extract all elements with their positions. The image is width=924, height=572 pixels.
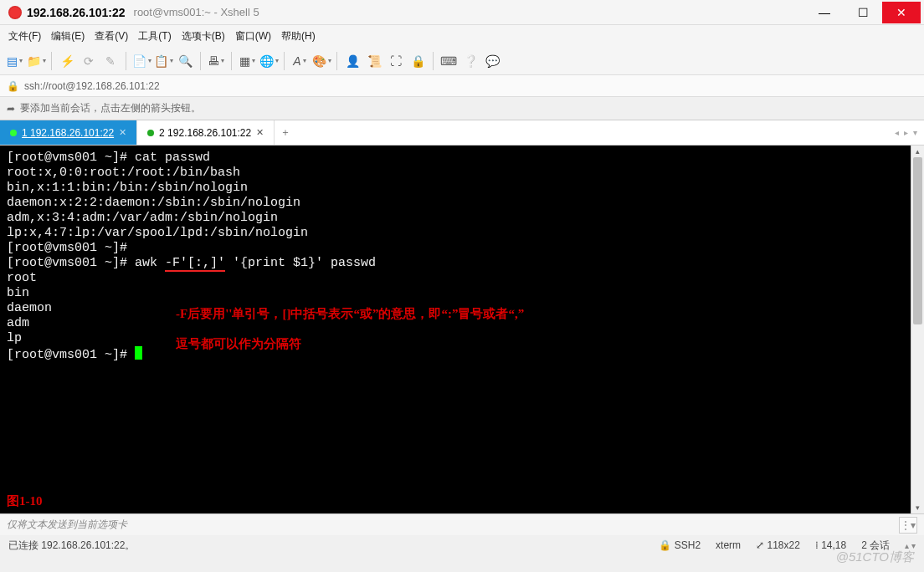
terminal-line: lp:x,4:7:lp:/var/spool/lpd:/sbin/nologin: [7, 226, 308, 240]
menu-help[interactable]: 帮助(H): [281, 29, 316, 43]
tab-nav: ◂ ▸ ▾: [888, 120, 924, 145]
scrollbar-thumb[interactable]: [913, 157, 922, 324]
tab-next-icon[interactable]: ▸: [904, 128, 908, 137]
toolbar-separator: [433, 52, 434, 70]
toolbar-separator: [126, 52, 126, 70]
toolbar: ▤ 📁 ⚡ ⟳ ✎ 📄 📋 🔍 🖶 ▦ 🌐 A 🎨 👤 📜 ⛶ 🔒 ⌨ ❔ 💬: [0, 47, 924, 75]
print-icon[interactable]: 🖶: [207, 52, 225, 70]
toolbar-separator: [231, 52, 232, 70]
address-bar: 🔒 ssh://root@192.168.26.101:22: [0, 75, 924, 97]
status-size: ⤢ 118x22: [756, 539, 800, 551]
annotation-line-2: 逗号都可以作为分隔符: [176, 336, 301, 351]
hint-bar: ➦ 要添加当前会话，点击左侧的箭头按钮。: [0, 97, 924, 120]
tab-list-icon[interactable]: ▾: [913, 128, 917, 137]
help-icon[interactable]: ❔: [461, 52, 480, 70]
copy-icon[interactable]: 📄: [132, 52, 151, 70]
scroll-down-icon[interactable]: ▾: [911, 502, 924, 513]
menu-window[interactable]: 窗口(W): [235, 29, 271, 43]
terminal-container: [root@vms001 ~]# cat passwd root:x,0:0:r…: [0, 146, 924, 513]
tab-session-1[interactable]: 1 192.168.26.101:22 ✕: [0, 120, 137, 145]
app-icon: [8, 6, 22, 19]
keyboard-icon[interactable]: ⌨: [439, 52, 458, 70]
tab-label: 1 192.168.26.101:22: [22, 127, 114, 139]
status-sessions: 2 会话: [861, 539, 890, 553]
terminal-line: [root@vms001 ~]# cat passwd: [7, 151, 210, 165]
close-button[interactable]: ✕: [882, 2, 921, 23]
maximize-button[interactable]: ☐: [844, 2, 882, 23]
chat-icon[interactable]: 💬: [483, 52, 501, 70]
status-dot-icon: [10, 130, 17, 136]
open-folder-icon[interactable]: 📁: [27, 52, 45, 70]
fullscreen-icon[interactable]: ⛶: [387, 52, 405, 70]
tab-session-2[interactable]: 2 192.168.26.101:22 ✕: [137, 120, 275, 145]
terminal-line: adm,x:3:4:adm:/var/adm:/sbin/nologin: [7, 211, 278, 225]
send-input[interactable]: 仅将文本发送到当前选项卡: [7, 518, 127, 532]
menu-view[interactable]: 查看(V): [95, 29, 128, 43]
annotation-line-1: -F后要用''单引号，[]中括号表示“或”的意思，即“:”冒号或者“,”: [176, 306, 524, 321]
menu-bar: 文件(F) 编辑(E) 查看(V) 工具(T) 选项卡(B) 窗口(W) 帮助(…: [0, 25, 924, 47]
menu-tabs[interactable]: 选项卡(B): [182, 29, 225, 43]
title-bar: 192.168.26.101:22 root@vms001:~ - Xshell…: [0, 0, 924, 25]
status-dot-icon: [147, 130, 154, 136]
terminal-scrollbar[interactable]: ▴ ▾: [911, 146, 924, 513]
toolbar-separator: [284, 52, 285, 70]
status-menu-icon[interactable]: ▴ ▾: [905, 541, 916, 550]
find-icon[interactable]: 🔍: [176, 52, 194, 70]
status-bar: 已连接 192.168.26.101:22。 🔒 SSH2 xterm ⤢ 11…: [0, 535, 924, 555]
terminal-line: [root@vms001 ~]# awk: [7, 256, 165, 270]
disconnect-icon[interactable]: ⟳: [80, 52, 98, 70]
new-session-icon[interactable]: ▤: [5, 52, 23, 70]
terminal-line: root: [7, 271, 37, 285]
hint-text: 要添加当前会话，点击左侧的箭头按钮。: [20, 101, 201, 115]
terminal-line: '{print $1}' passwd: [225, 256, 376, 270]
terminal-line: [root@vms001 ~]#: [7, 348, 135, 362]
color-icon[interactable]: 🎨: [312, 52, 331, 70]
tab-prev-icon[interactable]: ◂: [895, 128, 899, 137]
user-icon[interactable]: 👤: [343, 52, 362, 70]
menu-tools[interactable]: 工具(T): [138, 29, 171, 43]
reconnect-icon[interactable]: ⚡: [58, 52, 76, 70]
lock-icon[interactable]: 🔒: [408, 52, 427, 70]
lock-small-icon: 🔒: [7, 80, 19, 92]
highlighted-option: -F'[:,]': [165, 256, 225, 272]
menu-file[interactable]: 文件(F): [8, 29, 41, 43]
paste-icon[interactable]: 📋: [154, 52, 172, 70]
terminal-line: bin: [7, 286, 29, 300]
minimize-button[interactable]: —: [805, 2, 844, 23]
arrow-icon[interactable]: ➦: [7, 103, 15, 115]
status-term: xterm: [716, 539, 741, 551]
title-host: 192.168.26.101:22: [27, 6, 126, 19]
terminal-line: lp: [7, 331, 22, 345]
toolbar-separator: [200, 52, 201, 70]
send-menu-button[interactable]: ⋮▾: [899, 517, 917, 534]
figure-label: 图1-10: [7, 493, 43, 508]
session-tabs: 1 192.168.26.101:22 ✕ 2 192.168.26.101:2…: [0, 120, 924, 146]
terminal-line: bin,x:1:1:bin:/bin:/sbin/nologin: [7, 181, 248, 195]
toolbar-separator: [336, 52, 337, 70]
send-bar: 仅将文本发送到当前选项卡 ⋮▾: [0, 513, 924, 535]
tab-close-icon[interactable]: ✕: [119, 127, 126, 138]
status-protocol: 🔒 SSH2: [659, 539, 701, 551]
font-icon[interactable]: A: [290, 52, 309, 70]
cursor: [135, 346, 142, 360]
properties-icon[interactable]: ✎: [101, 52, 120, 70]
encoding-icon[interactable]: 🌐: [259, 52, 278, 70]
terminal[interactable]: [root@vms001 ~]# cat passwd root:x,0:0:r…: [0, 146, 911, 513]
script-icon[interactable]: 📜: [365, 52, 383, 70]
terminal-line: [root@vms001 ~]#: [7, 241, 135, 255]
terminal-line: adm: [7, 316, 29, 330]
tab-label: 2 192.168.26.101:22: [159, 127, 251, 139]
terminal-line: daemon:x:2:2:daemon:/sbin:/sbin/nologin: [7, 196, 300, 210]
status-connection: 已连接 192.168.26.101:22。: [8, 539, 644, 553]
tab-close-icon[interactable]: ✕: [256, 127, 264, 138]
toolbar-separator: [51, 52, 52, 70]
title-rest: root@vms001:~ - Xshell 5: [134, 6, 259, 18]
terminal-line: root:x,0:0:root:/root:/bin/bash: [7, 166, 240, 180]
view-mode-icon[interactable]: ▦: [238, 52, 256, 70]
scroll-up-icon[interactable]: ▴: [911, 146, 924, 157]
add-tab-button[interactable]: ＋: [275, 120, 296, 145]
menu-edit[interactable]: 编辑(E): [51, 29, 85, 43]
status-cursor-pos: ⁞ 14,18: [815, 539, 846, 551]
address-text[interactable]: ssh://root@192.168.26.101:22: [24, 80, 160, 92]
terminal-line: daemon: [7, 301, 52, 315]
